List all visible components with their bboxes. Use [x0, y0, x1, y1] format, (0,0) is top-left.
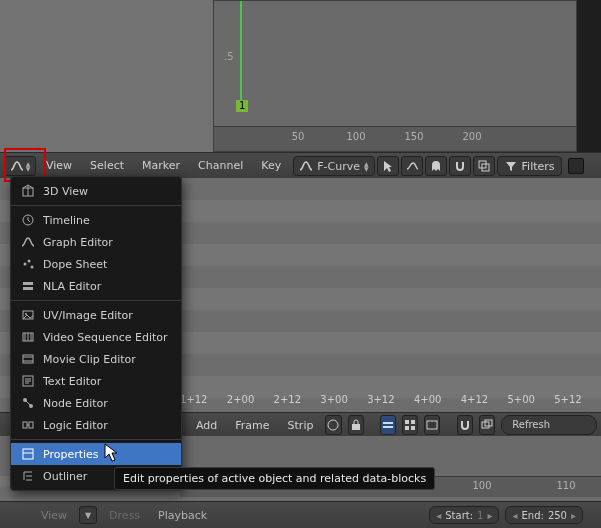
menu-frame[interactable]: Frame	[229, 419, 275, 432]
timecode-label: 2+00	[227, 394, 274, 412]
menu-item-label: Text Editor	[43, 375, 101, 388]
svg-rect-8	[405, 426, 409, 430]
timecode-label: 5+12	[554, 394, 601, 412]
menu-channel[interactable]: Channel	[190, 153, 251, 179]
seq-icon	[21, 330, 35, 344]
lock-button[interactable]	[348, 415, 364, 435]
svg-point-15	[24, 263, 27, 266]
ghost-button[interactable]	[425, 156, 447, 176]
magnet-icon	[458, 418, 472, 432]
end-label: End:	[522, 510, 544, 521]
cursor-tool-button[interactable]	[377, 156, 399, 176]
normalize-button[interactable]	[401, 156, 423, 176]
ghost-icon	[429, 159, 443, 173]
graph-canvas[interactable]: .5 1 50100150200	[213, 0, 577, 152]
preview-icon	[425, 418, 439, 432]
svg-rect-6	[405, 420, 409, 424]
image-icon	[326, 418, 340, 432]
refresh-sequencer-button[interactable]: Refresh Sequencer	[501, 415, 597, 435]
grid-icon	[403, 418, 417, 432]
current-frame-marker[interactable]: 1	[236, 100, 248, 112]
editor-type-item-properties[interactable]: Properties	[11, 443, 181, 465]
filters-button[interactable]: Filters	[497, 156, 562, 176]
svg-rect-10	[427, 421, 437, 429]
playhead-line[interactable]	[240, 1, 242, 100]
view-mode-sequence-button[interactable]	[380, 415, 396, 435]
menu-item-label: Properties	[43, 448, 99, 461]
menu-view[interactable]: View	[35, 509, 73, 522]
preview-image-button[interactable]	[325, 415, 341, 435]
menu-item-label: Timeline	[43, 214, 90, 227]
menu-separator	[11, 205, 181, 206]
fcurve-icon	[21, 235, 35, 249]
editor-type-item-timeline[interactable]: Timeline	[11, 209, 181, 231]
view-mode-grid-button[interactable]	[402, 415, 418, 435]
dope-icon	[21, 257, 35, 271]
svg-rect-4	[383, 422, 393, 424]
sequence-icon	[381, 418, 395, 432]
timeline-header: View ▼ Dress Playback Start: 1 End: 250	[0, 501, 601, 528]
outliner-icon	[21, 469, 35, 483]
editor-type-item-text-editor[interactable]: Text Editor	[11, 370, 181, 392]
timecode-label: 3+00	[320, 394, 367, 412]
ruler-tick: 100	[472, 480, 491, 491]
menu-item-label: Video Sequence Editor	[43, 331, 168, 344]
nla-icon	[21, 279, 35, 293]
ruler-tick: 110	[556, 480, 575, 491]
clip-icon	[21, 352, 35, 366]
menu-item-label: UV/Image Editor	[43, 309, 133, 322]
timecode-label: 1+12	[180, 394, 227, 412]
svg-point-16	[28, 260, 31, 263]
dropdown-arrows-icon: ▲▼	[26, 161, 31, 171]
menu-item-label: Outliner	[43, 470, 87, 483]
editor-type-item-graph-editor[interactable]: Graph Editor	[11, 231, 181, 253]
clock-icon	[21, 213, 35, 227]
svg-rect-19	[23, 287, 33, 290]
view-mode-preview-button[interactable]	[424, 415, 440, 435]
graph-y-tick: .5	[224, 51, 234, 62]
svg-rect-29	[23, 449, 33, 459]
chevron-down-icon[interactable]: ▼	[79, 506, 97, 524]
menu-item-label: 3D View	[43, 185, 88, 198]
menu-playback[interactable]: Playback	[152, 509, 213, 522]
fcurve-icon	[299, 159, 313, 173]
timecode-label: 4+12	[461, 394, 508, 412]
show-sliders-checkbox[interactable]	[568, 158, 584, 174]
editor-type-item-video-sequence-editor[interactable]: Video Sequence Editor	[11, 326, 181, 348]
right-gutter	[577, 0, 601, 152]
end-value: 250	[548, 510, 567, 521]
svg-rect-9	[411, 426, 415, 430]
logic-icon	[21, 418, 35, 432]
editor-type-item-node-editor[interactable]: Node Editor	[11, 392, 181, 414]
editor-type-item-3d-view[interactable]: 3D View	[11, 180, 181, 202]
cube-icon	[21, 184, 35, 198]
editor-type-item-movie-clip-editor[interactable]: Movie Clip Editor	[11, 348, 181, 370]
funnel-icon	[504, 159, 518, 173]
menu-key[interactable]: Key	[253, 153, 289, 179]
timecode-label: 4+00	[414, 394, 461, 412]
menu-item-label: Graph Editor	[43, 236, 113, 249]
editor-type-item-nla-editor[interactable]: NLA Editor	[11, 275, 181, 297]
editor-mode-label: F-Curve	[317, 160, 360, 173]
cursor-icon	[381, 159, 395, 173]
start-frame-field[interactable]: Start: 1	[429, 506, 499, 524]
editor-type-button[interactable]: ▲▼	[4, 156, 36, 176]
editor-type-item-uv-image-editor[interactable]: UV/Image Editor	[11, 304, 181, 326]
dropdown-arrows-icon: ▲▼	[364, 161, 369, 171]
menu-item-label: Movie Clip Editor	[43, 353, 136, 366]
editor-type-dropdown[interactable]: 3D ViewTimelineGraph EditorDope SheetNLA…	[10, 176, 182, 491]
snap-button[interactable]	[449, 156, 471, 176]
copy-button[interactable]	[473, 156, 495, 176]
editor-type-item-logic-editor[interactable]: Logic Editor	[11, 414, 181, 436]
end-frame-field[interactable]: End: 250	[505, 506, 583, 524]
menu-add[interactable]: Add	[190, 419, 223, 432]
editor-mode-selector[interactable]: F-Curve ▲▼	[293, 156, 374, 176]
snap-seq-button[interactable]	[457, 415, 473, 435]
overlap-button[interactable]	[479, 415, 495, 435]
timecode-label: 3+12	[367, 394, 414, 412]
menu-strip[interactable]: Strip	[282, 419, 320, 432]
image-icon	[21, 308, 35, 322]
graph-time-ruler[interactable]: 50100150200	[214, 126, 576, 151]
menu-item-label: Dope Sheet	[43, 258, 107, 271]
editor-type-item-dope-sheet[interactable]: Dope Sheet	[11, 253, 181, 275]
